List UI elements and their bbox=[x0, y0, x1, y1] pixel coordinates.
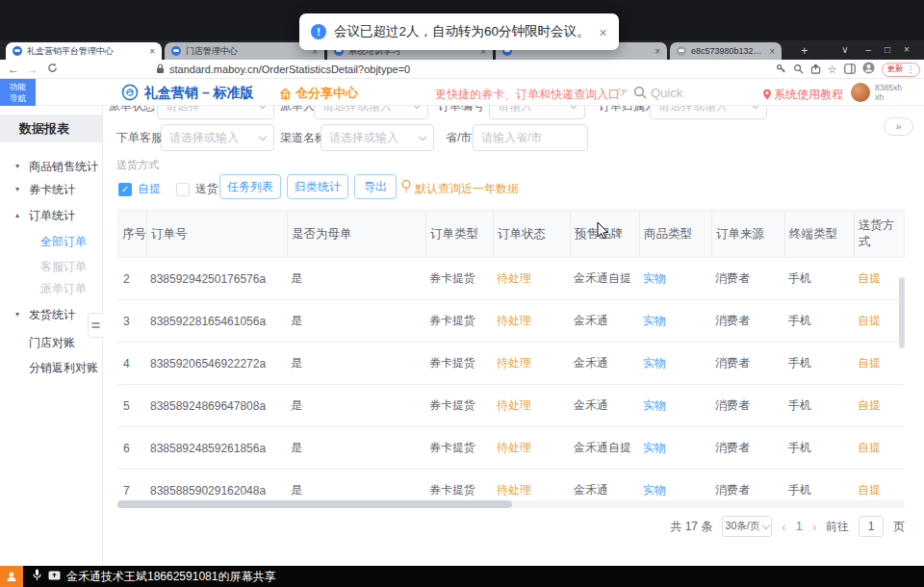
category-stats-button[interactable]: 归类统计 bbox=[287, 174, 348, 199]
filter-select[interactable]: 请选择或输入 bbox=[314, 106, 428, 119]
zoom-icon[interactable] bbox=[793, 61, 804, 78]
url-text[interactable]: standard.maboy.cn/OrderStatisticsDetail?… bbox=[169, 64, 410, 75]
table-cell: 金禾通 bbox=[570, 470, 639, 500]
export-button[interactable]: 导出 bbox=[354, 174, 397, 199]
user-avatar[interactable] bbox=[851, 83, 870, 102]
bookmark-star-icon[interactable]: ☆ bbox=[828, 64, 837, 76]
share-bar-text: 金禾通技术王斌18662591081的屏幕共享 bbox=[66, 569, 275, 585]
checkbox-label[interactable]: 送货 bbox=[195, 181, 218, 197]
filter-placeholder: 请选择或输入 bbox=[658, 106, 753, 115]
share-icon[interactable] bbox=[810, 61, 821, 78]
table-cell: 券卡提货 bbox=[425, 300, 493, 342]
sidebar-item-派单订单[interactable]: 派单订单 bbox=[0, 279, 103, 298]
forward-icon[interactable]: → bbox=[23, 63, 42, 76]
tab-close-icon[interactable]: × bbox=[654, 46, 660, 57]
horizontal-scrollbar-thumb[interactable] bbox=[117, 500, 512, 508]
chevron-down-icon bbox=[413, 106, 421, 109]
table-row[interactable]: 383859228165461056a是券卡提货待处理金禾通实物消费者手机自提 bbox=[117, 300, 905, 343]
sidebar-item-订单统计[interactable]: ▴订单统计 bbox=[0, 206, 103, 225]
sidebar-item-label: 门店对账 bbox=[29, 333, 75, 352]
table-cell: 券卡提货 bbox=[425, 470, 493, 500]
task-list-button[interactable]: 任务列表 bbox=[219, 174, 281, 199]
next-page-button[interactable]: › bbox=[812, 520, 816, 534]
quick-search-icon[interactable] bbox=[633, 86, 647, 103]
filter-placeholder: 请选择或输入 bbox=[329, 130, 420, 146]
checkbox-delivery[interactable] bbox=[176, 183, 190, 196]
filter-select[interactable]: 请输入 bbox=[489, 106, 585, 119]
browser-tab[interactable]: e8c573980b1328a258fd2e6f8 × bbox=[670, 42, 782, 60]
column-header: 序号 bbox=[118, 211, 147, 257]
sidebar-item-客服订单[interactable]: 客服订单 bbox=[0, 257, 103, 276]
toast-close-icon[interactable]: × bbox=[599, 24, 607, 40]
function-nav-toggle[interactable]: 功能 导航 bbox=[0, 79, 36, 106]
profile-avatar-icon[interactable] bbox=[862, 61, 875, 78]
window-maximize-button[interactable]: □ bbox=[878, 42, 897, 58]
back-icon[interactable]: ← bbox=[4, 63, 23, 76]
tab-title: 礼盒营销平台管理中心 bbox=[27, 45, 142, 58]
page-size-select[interactable]: 30条/页 bbox=[722, 516, 772, 537]
app-logo-icon bbox=[121, 84, 139, 105]
filter-select[interactable]: 请选择或输入 bbox=[650, 106, 767, 119]
refresh-icon[interactable] bbox=[42, 63, 62, 76]
window-minimize-button[interactable]: – bbox=[859, 42, 878, 58]
table-row[interactable]: 283859294250176576a是券卡提货待处理金禾通自提实物消费者手机自… bbox=[117, 258, 905, 300]
microphone-icon[interactable] bbox=[33, 568, 41, 585]
main-content: 派单状态 请选择 派单人 请选择或输入 订单编号 请输入 订单归属方 请选择或输… bbox=[103, 106, 924, 566]
side-panel-icon[interactable] bbox=[844, 61, 856, 78]
sidebar-item-门店对账[interactable]: 门店对账 bbox=[0, 333, 103, 352]
current-page[interactable]: 1 bbox=[796, 520, 803, 533]
table-row[interactable]: 483859206546922272a是券卡提货待处理金禾通实物消费者手机自提 bbox=[117, 343, 905, 385]
tab-search-icon[interactable]: ∨ bbox=[835, 42, 855, 58]
tab-close-icon[interactable]: × bbox=[769, 46, 775, 57]
province-city-input[interactable]: 请输入省/市 bbox=[473, 124, 588, 151]
screen-share-bar: 金禾通技术王斌18662591081的屏幕共享 bbox=[0, 566, 924, 587]
new-tab-button[interactable]: + bbox=[801, 43, 808, 59]
sidebar-item-分销返利对账[interactable]: 分销返利对账 bbox=[0, 358, 103, 377]
column-header: 送货方式 bbox=[855, 211, 906, 257]
table-cell: 消费者 bbox=[711, 258, 784, 299]
table-cell: 消费者 bbox=[711, 343, 784, 384]
prev-page-button[interactable]: ‹ bbox=[782, 520, 785, 534]
filter-placeholder: 请选择 bbox=[166, 106, 260, 115]
vertical-scrollbar-thumb[interactable] bbox=[899, 277, 905, 348]
screen-share-icon[interactable] bbox=[48, 568, 61, 585]
sidebar-item-全部订单[interactable]: 全部订单 bbox=[0, 232, 103, 251]
menu-dots-icon[interactable]: ⋮ bbox=[907, 64, 915, 74]
table-row[interactable]: 583858924869647808a是券卡提货待处理金禾通实物消费者手机自提 bbox=[117, 385, 905, 427]
filter-select[interactable]: 请选择或输入 bbox=[321, 124, 434, 151]
table-row[interactable]: 783858859029162048a是券卡提货待处理金禾通实物消费者手机自提 bbox=[117, 470, 905, 500]
table-cell: 实物 bbox=[639, 343, 711, 384]
tab-close-icon[interactable]: × bbox=[149, 46, 155, 57]
table-cell: 实物 bbox=[639, 258, 711, 299]
expand-filters-button[interactable]: » bbox=[884, 117, 913, 136]
system-tutorial-link[interactable]: 系统使用教程 bbox=[774, 87, 843, 103]
table-cell: 手机 bbox=[784, 300, 854, 342]
warehouse-share-link[interactable]: 仓分享中心 bbox=[279, 85, 358, 102]
filter-select[interactable]: 请选择或输入 bbox=[161, 124, 274, 151]
sidebar-item-券卡统计[interactable]: ▾券卡统计 bbox=[0, 180, 103, 199]
pointing-finger-icon: ☞ bbox=[617, 85, 629, 99]
quick-label[interactable]: Quick bbox=[651, 86, 682, 100]
sidebar-collapse-handle[interactable] bbox=[88, 313, 103, 338]
table-row[interactable]: 683858924859261856a是券卡提货待处理金禾通自提实物消费者手机自… bbox=[117, 427, 905, 470]
goto-page-input[interactable]: 1 bbox=[859, 516, 884, 537]
table-cell: 手机 bbox=[784, 427, 854, 469]
triangle-down-icon: ▾ bbox=[15, 180, 19, 199]
horizontal-scrollbar[interactable] bbox=[117, 500, 905, 508]
table-cell: 消费者 bbox=[711, 385, 784, 426]
presenter-icon bbox=[0, 566, 23, 587]
lock-icon[interactable] bbox=[156, 61, 165, 78]
table-cell: 自提 bbox=[854, 427, 905, 469]
table-cell: 实物 bbox=[639, 385, 711, 426]
table-header-row: 序号订单号是否为母单订单类型订单状态预售品牌商品类型订单来源终端类型送货方式 bbox=[117, 210, 905, 258]
table-cell: 金禾通 bbox=[570, 385, 639, 426]
filter-select[interactable]: 请选择 bbox=[157, 106, 274, 119]
checkbox-self-pickup[interactable]: ✓ bbox=[118, 183, 132, 196]
browser-update-button[interactable]: 更新 ⋮ bbox=[882, 63, 921, 77]
key-icon[interactable] bbox=[776, 61, 786, 78]
info-icon: ! bbox=[311, 24, 326, 39]
sidebar-item-商品销售统计[interactable]: ▾商品销售统计 bbox=[0, 157, 103, 176]
browser-tab[interactable]: 礼盒营销平台管理中心 × bbox=[6, 42, 162, 60]
window-close-button[interactable]: × bbox=[897, 42, 916, 58]
checkbox-label[interactable]: 自提 bbox=[138, 181, 161, 197]
